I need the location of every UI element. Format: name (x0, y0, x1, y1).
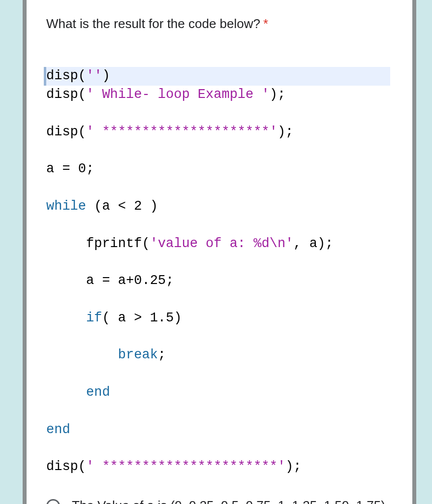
code-line-11: end (44, 421, 393, 440)
code-line-5: while (a < 2 ) (44, 197, 393, 216)
code-line-1: disp('') (44, 67, 390, 86)
option-1[interactable]: The Value of a is (0, 0.25, 0.5, 0.75, 1… (46, 496, 393, 504)
code-line-2: disp(' While- loop Example '); (44, 86, 393, 104)
card-shadow-right (412, 0, 416, 504)
code-line-7: a = a+0.25; (44, 272, 393, 290)
option-label: The Value of a is (0, 0.25, 0.5, 0.75, 1… (72, 496, 385, 504)
question-card: What is the result for the code below?* … (27, 0, 412, 504)
code-line-6: fprintf('value of a: %d\n', a); (44, 235, 393, 253)
code-line-4: a = 0; (44, 160, 393, 179)
code-block: disp('') disp(' While- loop Example '); … (46, 67, 393, 476)
radio-icon (46, 499, 60, 504)
question-text: What is the result for the code below? (46, 16, 260, 31)
code-line-10: end (44, 383, 393, 402)
code-line-8: if( a > 1.5) (44, 309, 393, 328)
required-star: * (263, 16, 268, 31)
options-group: The Value of a is (0, 0.25, 0.5, 0.75, 1… (46, 496, 393, 504)
code-line-12: disp(' **********************'); (44, 458, 393, 476)
question-title: What is the result for the code below?* (46, 15, 393, 32)
card-shadow-left (23, 0, 27, 504)
code-line-9: break; (44, 346, 393, 365)
code-line-3: disp(' *********************'); (44, 123, 393, 142)
